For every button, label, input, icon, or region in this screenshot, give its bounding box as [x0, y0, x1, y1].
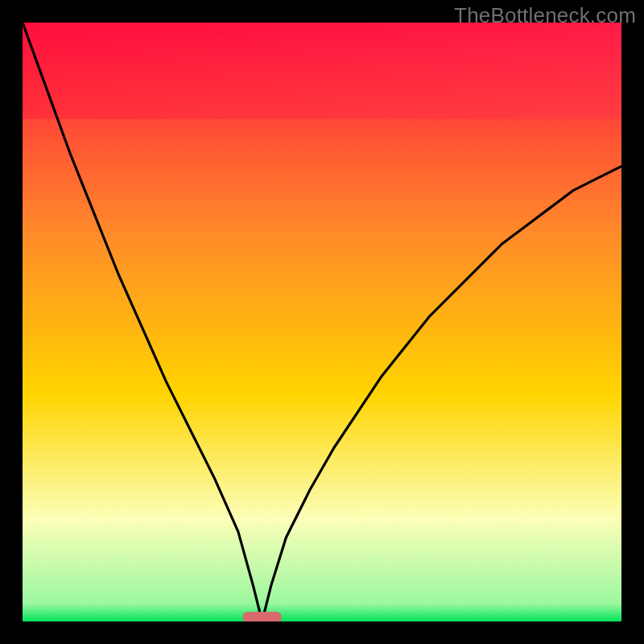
chart-svg: [23, 23, 621, 621]
plot-area: [23, 23, 621, 621]
min-marker: [243, 612, 282, 621]
top-hue-overlay: [23, 23, 621, 119]
chart-frame: TheBottleneck.com: [0, 0, 644, 644]
